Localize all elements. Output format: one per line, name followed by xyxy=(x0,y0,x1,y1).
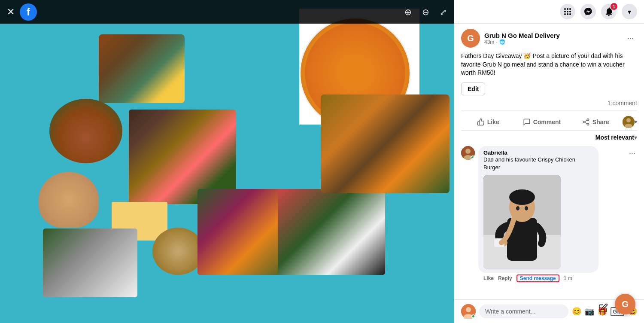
nav-bar: 1 ▾ xyxy=(454,0,644,24)
comment-text: Dad and his favourite Crispy Chicken Bur… xyxy=(483,156,593,171)
photo-top-bar: ✕ f xyxy=(0,0,454,24)
svg-point-11 xyxy=(587,123,589,125)
comment-button[interactable]: Comment xyxy=(515,116,568,128)
right-panel: 1 ▾ G Grub N Go Meal Delivery 43m · 🌐 ··… xyxy=(454,0,644,323)
share-button[interactable]: Share xyxy=(569,116,623,128)
photo-viewer: ✕ f ⊕ ⊖ ⤢ xyxy=(0,0,454,323)
chevron-down-icon: ▾ xyxy=(628,8,631,16)
svg-point-10 xyxy=(583,121,585,123)
photo-controls: ⊕ ⊖ ⤢ xyxy=(403,5,449,19)
zoom-out-button[interactable]: ⊖ xyxy=(420,5,431,19)
post-body-text: Fathers Day Giveaway 🥳 Post a picture of… xyxy=(461,52,637,77)
bottom-tray xyxy=(43,229,137,297)
write-comment-input[interactable]: Write a comment... xyxy=(479,305,568,318)
svg-point-6 xyxy=(564,13,566,15)
edit-icon-button[interactable] xyxy=(597,302,610,314)
svg-point-4 xyxy=(567,11,568,12)
camera-icon[interactable]: 📷 xyxy=(585,307,594,316)
svg-point-2 xyxy=(569,8,571,10)
svg-point-3 xyxy=(564,11,566,12)
share-label: Share xyxy=(592,119,609,125)
comment-reply-button[interactable]: Reply xyxy=(498,275,512,281)
meat-bowl xyxy=(99,34,185,103)
comment-author-name[interactable]: Gabriella xyxy=(483,149,593,156)
comment-photo[interactable] xyxy=(483,175,561,269)
grid-menu-button[interactable] xyxy=(560,4,575,19)
svg-point-18 xyxy=(465,149,471,154)
red-bowl xyxy=(49,99,122,163)
svg-point-9 xyxy=(587,119,589,121)
comment-like-button[interactable]: Like xyxy=(483,275,494,281)
write-comment-avatar xyxy=(461,304,476,319)
post-time: 43m · 🌐 xyxy=(484,39,624,45)
post-meta: Grub N Go Meal Delivery 43m · 🌐 xyxy=(484,32,624,45)
comment-photo-image xyxy=(483,175,561,269)
close-button[interactable]: ✕ xyxy=(7,6,15,18)
svg-point-1 xyxy=(567,8,568,10)
comment-bubble: Gabriella Dad and his favourite Crispy C… xyxy=(478,146,598,273)
curry-tray xyxy=(321,94,450,193)
post-header: G Grub N Go Meal Delivery 43m · 🌐 ··· xyxy=(461,29,637,48)
like-button[interactable]: Like xyxy=(461,116,515,128)
comment-more-button[interactable]: ··· xyxy=(627,149,637,158)
svg-point-24 xyxy=(509,189,535,205)
sort-chevron-icon: ▾ xyxy=(634,134,637,141)
soup-cup xyxy=(39,172,99,228)
messenger-button[interactable] xyxy=(580,4,596,19)
comment-actions: Like Reply Send message 1 m xyxy=(483,274,637,282)
like-label: Like xyxy=(487,119,499,125)
notifications-button[interactable]: 1 xyxy=(601,4,617,19)
write-online-dot xyxy=(471,314,475,318)
svg-point-30 xyxy=(466,307,471,312)
sort-label: Most relevant xyxy=(595,134,634,141)
svg-point-27 xyxy=(516,206,519,210)
comment-item: Gabriella Dad and his favourite Crispy C… xyxy=(461,146,637,282)
zoom-in-button[interactable]: ⊕ xyxy=(403,5,413,19)
emoji-icon[interactable]: 😊 xyxy=(572,307,581,316)
page-name[interactable]: Grub N Go Meal Delivery xyxy=(484,32,624,39)
online-indicator xyxy=(471,155,475,160)
round-pastry xyxy=(152,228,204,275)
privacy-icon: 🌐 xyxy=(499,39,505,45)
svg-point-28 xyxy=(525,206,528,210)
facebook-logo: f xyxy=(20,3,37,21)
action-bar: Like Comment Share xyxy=(461,114,637,131)
post-more-button[interactable]: ··· xyxy=(624,32,637,45)
post-action-avatar xyxy=(623,116,635,128)
comment-label: Comment xyxy=(533,119,561,125)
comment-timestamp: 1 m xyxy=(564,275,572,281)
comment-send-message-button[interactable]: Send message xyxy=(516,274,559,282)
sort-bar[interactable]: Most relevant ▾ xyxy=(461,134,637,141)
page-avatar: G xyxy=(461,29,480,48)
svg-point-8 xyxy=(569,13,571,15)
salad-tray xyxy=(278,189,385,275)
svg-line-12 xyxy=(585,122,587,124)
account-menu-button[interactable]: ▾ xyxy=(622,4,637,19)
svg-point-15 xyxy=(626,118,631,122)
comment-avatar xyxy=(461,146,475,160)
edit-button[interactable]: Edit xyxy=(461,82,485,95)
comment-count: 1 comment xyxy=(461,100,637,110)
svg-point-5 xyxy=(569,11,571,12)
food-photo xyxy=(0,0,454,323)
food-scene xyxy=(0,0,454,323)
notification-badge: 1 xyxy=(611,3,617,10)
expand-button[interactable]: ⤢ xyxy=(438,5,449,19)
svg-point-7 xyxy=(567,13,568,15)
post-content-area: G Grub N Go Meal Delivery 43m · 🌐 ··· Fa… xyxy=(454,24,644,299)
floating-action-button[interactable]: G xyxy=(615,294,635,314)
svg-line-13 xyxy=(585,120,587,122)
chevron-avatar-icon[interactable]: ▾ xyxy=(635,119,637,125)
svg-point-0 xyxy=(564,8,566,10)
